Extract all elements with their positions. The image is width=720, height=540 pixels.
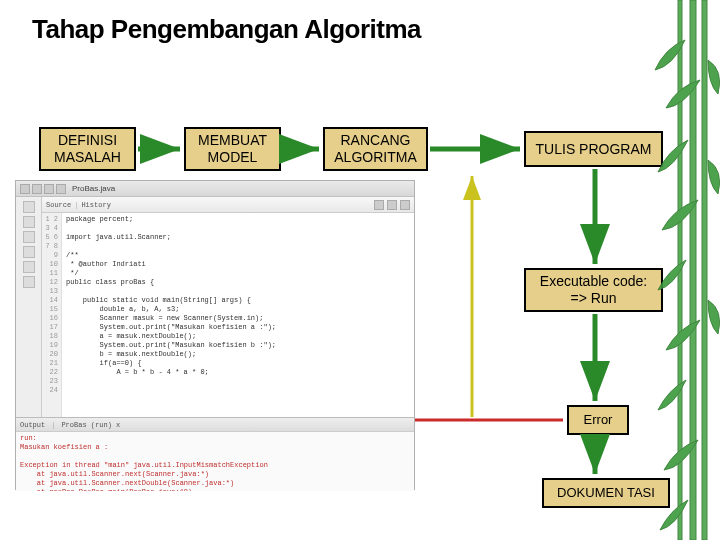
side-icon	[23, 246, 35, 258]
svg-rect-9	[678, 0, 682, 540]
box-line2: ALGORITMA	[334, 149, 416, 166]
box-rancang-algoritma: RANCANG ALGORITMA	[323, 127, 428, 171]
toolbar-icon	[374, 200, 384, 210]
box-dokumentasi: DOKUMEN TASI	[542, 478, 670, 508]
output-run-tab: ProBas (run) x	[61, 421, 120, 429]
box-error: Error	[567, 405, 629, 435]
box-line1: RANCANG	[334, 132, 416, 149]
side-icon	[23, 261, 35, 273]
side-icon	[23, 216, 35, 228]
box-line1: DEFINISI	[54, 132, 121, 149]
box-line2: => Run	[540, 290, 647, 307]
page-title: Tahap Pengembangan Algoritma	[32, 14, 421, 45]
box-definisi-masalah: DEFINISI MASALAH	[39, 127, 136, 171]
ide-sidebar	[16, 197, 42, 417]
toolbar-icon	[56, 184, 66, 194]
box-membuat-model: MEMBUAT MODEL	[184, 127, 281, 171]
side-icon	[23, 276, 35, 288]
box-tulis-program: TULIS PROGRAM	[524, 131, 663, 167]
box-line1: MEMBUAT	[198, 132, 267, 149]
svg-rect-8	[702, 0, 707, 540]
toolbar-icon	[32, 184, 42, 194]
ide-screenshot: ProBas.java Source | History 1 2 3 4 5 6…	[15, 180, 415, 490]
tab-history: History	[81, 201, 110, 209]
box-executable-code: Executable code: => Run	[524, 268, 663, 312]
ide-code-lines: package percent; import java.util.Scanne…	[62, 213, 414, 417]
side-icon	[23, 231, 35, 243]
toolbar-icon	[20, 184, 30, 194]
box-line1: TULIS PROGRAM	[536, 141, 652, 158]
output-label: Output	[20, 421, 45, 429]
box-line1: Executable code:	[540, 273, 647, 290]
output-tabbar: Output | ProBas (run) x	[16, 418, 414, 432]
box-line2: MODEL	[198, 149, 267, 166]
tab-source: Source	[46, 201, 71, 209]
svg-rect-7	[690, 0, 696, 540]
output-lines: run: Masukan koefisien a : Exception in …	[16, 432, 414, 491]
ide-toolbar: ProBas.java	[16, 181, 414, 197]
ide-source-tabs: Source | History	[42, 197, 414, 213]
ide-filename: ProBas.java	[72, 184, 115, 193]
side-icon	[23, 201, 35, 213]
toolbar-icon	[44, 184, 54, 194]
toolbar-icon	[387, 200, 397, 210]
box-line2: MASALAH	[54, 149, 121, 166]
toolbar-icon	[400, 200, 410, 210]
ide-gutter: 1 2 3 4 5 6 7 8 9 10 11 12 13 14 15 16 1…	[42, 213, 62, 417]
box-line1: DOKUMEN TASI	[557, 485, 655, 501]
box-line1: Error	[584, 412, 613, 428]
